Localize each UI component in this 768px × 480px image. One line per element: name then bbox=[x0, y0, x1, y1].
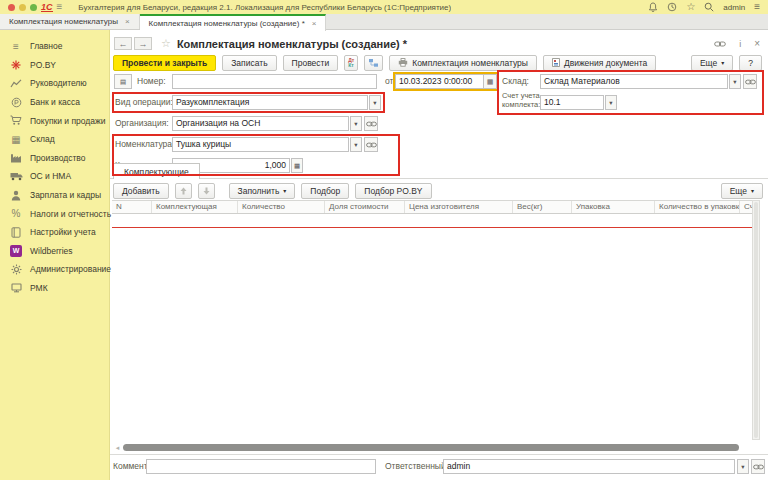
window-titlebar: 1С ≡ Бухгалтерия для Беларуси, редакция … bbox=[0, 0, 768, 14]
close-form-icon[interactable]: × bbox=[754, 38, 760, 49]
move-down-button[interactable] bbox=[198, 183, 215, 199]
table-horizontal-scrollbar[interactable]: ◂ bbox=[112, 443, 760, 452]
sidebar-item-administrirovanie[interactable]: Администрирование bbox=[0, 260, 109, 279]
sidebar-item-label: Производство bbox=[30, 153, 85, 163]
tab-close-icon[interactable]: × bbox=[125, 17, 130, 26]
sidebar-item-rukovoditelyu[interactable]: Руководителю bbox=[0, 74, 109, 93]
sidebar-item-label: Wildberries bbox=[30, 246, 73, 256]
number-input[interactable] bbox=[172, 74, 377, 89]
structure-button[interactable] bbox=[364, 55, 383, 71]
number-toggle-button[interactable]: ▤ bbox=[114, 74, 132, 89]
tab-komplektaciya-create[interactable]: Комплектация номенклатуры (создание) * × bbox=[140, 14, 327, 31]
responsible-input[interactable]: admin bbox=[443, 459, 735, 474]
movements-button[interactable]: Движения документа bbox=[543, 55, 656, 71]
column-header-upakovka[interactable]: Упаковка bbox=[572, 201, 655, 213]
calculator-icon[interactable]: ▦ bbox=[291, 158, 303, 173]
nomenclature-dropdown-icon[interactable]: ▾ bbox=[350, 137, 362, 152]
nomenclature-open-link-icon[interactable] bbox=[364, 137, 378, 152]
comment-input[interactable] bbox=[146, 459, 376, 474]
back-button[interactable]: ← bbox=[114, 37, 132, 50]
get-link-icon[interactable] bbox=[714, 40, 726, 48]
window-zoom-button[interactable] bbox=[30, 4, 37, 11]
window-minimize-button[interactable] bbox=[19, 4, 26, 11]
add-row-button[interactable]: Добавить bbox=[113, 183, 169, 199]
more-button-label: Еще bbox=[700, 58, 717, 68]
responsible-open-link-icon[interactable] bbox=[751, 459, 765, 474]
main-menu-icon[interactable]: ≡ bbox=[57, 2, 63, 12]
sidebar-item-label: Налоги и отчетность bbox=[30, 209, 111, 219]
help-button[interactable]: ? bbox=[739, 55, 762, 71]
column-header-kolichestvo-v-upakovke[interactable]: Количество в упаковке bbox=[655, 201, 740, 213]
nomenclature-input[interactable]: Тушка курицы bbox=[172, 137, 349, 152]
organization-open-link-icon[interactable] bbox=[364, 116, 378, 131]
settings-menu-icon[interactable]: ≡ bbox=[754, 2, 760, 12]
sidebar-item-wildberries[interactable]: W Wildberries bbox=[0, 242, 109, 261]
pick-button[interactable]: Подбор bbox=[301, 183, 349, 199]
sidebar-item-sklad[interactable]: ▦ Склад bbox=[0, 130, 109, 149]
forward-button[interactable]: → bbox=[134, 37, 152, 50]
column-header-ves[interactable]: Вес(кг) bbox=[513, 201, 572, 213]
notifications-bell-icon[interactable] bbox=[648, 2, 658, 13]
sidebar-item-glavnoe[interactable]: ≡ Главное bbox=[0, 37, 109, 56]
highlight-table-row-line bbox=[112, 227, 752, 228]
sidebar-item-nalogi-i-otchetnost[interactable]: % Налоги и отчетность bbox=[0, 204, 109, 223]
document-header: ← → ☆ Комплектация номенклатуры (создани… bbox=[114, 36, 760, 51]
search-icon[interactable] bbox=[704, 2, 714, 12]
column-header-n[interactable]: N bbox=[112, 201, 152, 213]
column-header-schet[interactable]: Сче bbox=[740, 201, 752, 213]
vertical-scroll-thumb[interactable] bbox=[754, 202, 758, 438]
scroll-left-icon[interactable]: ◂ bbox=[112, 444, 123, 452]
more-button[interactable]: Еще ▾ bbox=[691, 55, 733, 71]
history-icon[interactable] bbox=[667, 2, 677, 12]
sidebar-item-rmk[interactable]: РМК bbox=[0, 279, 109, 298]
warehouse-input[interactable]: Склад Материалов bbox=[540, 74, 728, 89]
print-button[interactable]: Комплектация номенклатуры bbox=[389, 55, 537, 71]
organization-dropdown-icon[interactable]: ▾ bbox=[350, 116, 362, 131]
fill-button[interactable]: Заполнить ▾ bbox=[229, 183, 296, 199]
account-label-line2: комплекта: bbox=[502, 100, 540, 109]
responsible-dropdown-icon[interactable]: ▾ bbox=[737, 459, 749, 474]
section-sidebar: ≡ Главное PO.BY Руководителю Банк и касс… bbox=[0, 30, 110, 480]
wildberries-badge: W bbox=[10, 245, 22, 257]
warehouse-open-link-icon[interactable] bbox=[743, 74, 757, 89]
account-dropdown-icon[interactable]: ▾ bbox=[605, 95, 617, 110]
sidebar-item-nastroyki-ucheta[interactable]: Настройки учета bbox=[0, 223, 109, 242]
favorite-star-icon[interactable]: ☆ bbox=[161, 37, 171, 50]
tab-komplektuyushchie[interactable]: Комплектующие bbox=[113, 163, 200, 179]
organization-input[interactable]: Организация на ОСН bbox=[172, 116, 349, 131]
sidebar-item-proizvodstvo[interactable]: Производство bbox=[0, 149, 109, 168]
parts-table-header: N Комплектующая Количество Доля стоимост… bbox=[112, 200, 752, 214]
tab-close-icon[interactable]: × bbox=[312, 19, 317, 28]
horizontal-scroll-thumb[interactable] bbox=[123, 444, 739, 451]
tab-komplektaciya-list[interactable]: Комплектация номенклатуры × bbox=[0, 14, 140, 29]
write-button[interactable]: Записать bbox=[222, 55, 276, 71]
current-user[interactable]: admin bbox=[723, 3, 745, 12]
column-header-komplektuyushchaya[interactable]: Комплектующая bbox=[152, 201, 238, 213]
operation-dropdown-icon[interactable]: ▾ bbox=[369, 95, 381, 110]
sidebar-item-bank-i-kassa[interactable]: Банк и касса bbox=[0, 93, 109, 112]
column-header-kolichestvo[interactable]: Количество bbox=[238, 201, 325, 213]
sidebar-item-os-i-nma[interactable]: ОС и НМА bbox=[0, 167, 109, 186]
column-header-cena-izgotovitelya[interactable]: Цена изготовителя bbox=[405, 201, 513, 213]
post-and-close-button[interactable]: Провести и закрыть bbox=[113, 55, 216, 71]
operation-input[interactable]: Разукомплектация bbox=[172, 95, 368, 110]
date-input[interactable]: 10.03.2023 0:00:00 bbox=[395, 74, 483, 89]
sidebar-item-pokupki-i-prodazhi[interactable]: Покупки и продажи bbox=[0, 111, 109, 130]
warehouse-dropdown-icon[interactable]: ▾ bbox=[729, 74, 741, 89]
app-title: Бухгалтерия для Беларуси, редакция 2.1. … bbox=[78, 3, 451, 12]
account-input[interactable]: 10.1 bbox=[540, 95, 604, 110]
column-header-dolya-stoimosti[interactable]: Доля стоимости bbox=[325, 201, 405, 213]
post-button[interactable]: Провести bbox=[283, 55, 339, 71]
dtkt-button[interactable]: ДтКт bbox=[344, 55, 358, 71]
calendar-icon[interactable]: ▦ bbox=[483, 74, 497, 89]
menu-icon: ≡ bbox=[9, 41, 23, 52]
info-icon[interactable]: i bbox=[739, 39, 741, 49]
table-vertical-scrollbar[interactable] bbox=[752, 200, 760, 440]
sidebar-item-zarplata-i-kadry[interactable]: Зарплата и кадры bbox=[0, 186, 109, 205]
parts-more-button[interactable]: Еще ▾ bbox=[721, 183, 763, 199]
window-close-button[interactable] bbox=[8, 4, 15, 11]
favorites-star-icon[interactable]: ☆ bbox=[686, 2, 695, 12]
pick-poby-button[interactable]: Подбор PO.BY bbox=[355, 183, 431, 199]
move-up-button[interactable] bbox=[175, 183, 192, 199]
sidebar-item-po-by[interactable]: PO.BY bbox=[0, 56, 109, 75]
